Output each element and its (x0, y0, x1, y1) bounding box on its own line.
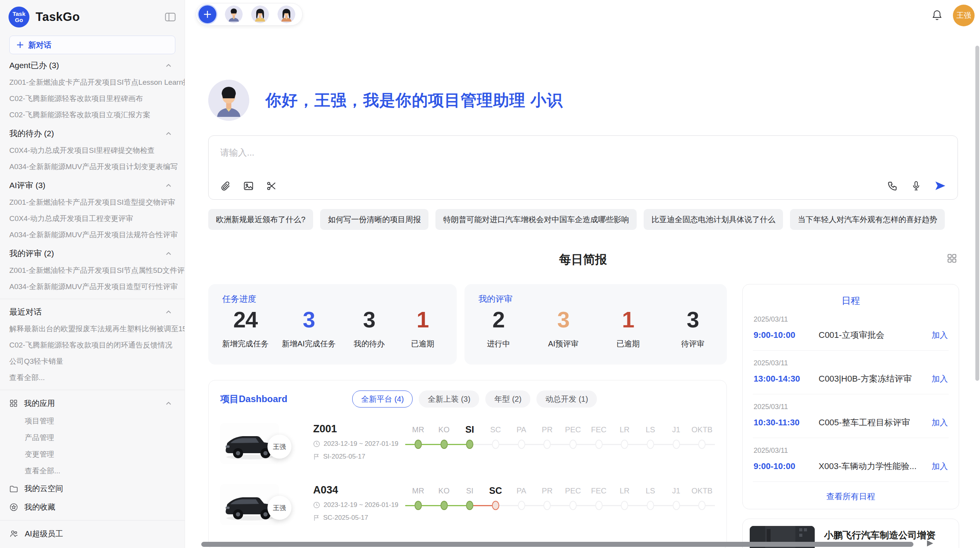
sidebar-item-my-apps[interactable]: 我的应用 (0, 394, 185, 413)
project-media: 王强 (220, 423, 297, 464)
chevron-up-icon[interactable] (166, 310, 171, 314)
user-avatar[interactable]: 王强 (953, 5, 975, 26)
milestone-OKTB: OKTB (689, 485, 715, 510)
milestone-dot (518, 501, 525, 510)
recent-chat-item[interactable]: C02-飞腾新能源轻客改款项目的闭环通告反馈情况 (0, 337, 185, 353)
project-flag: SC-2025-05-17 (313, 514, 405, 522)
greeting-text: 你好，王强，我是你的项目管理助理 小识 (266, 90, 563, 111)
view-all-schedule-link[interactable]: 查看所有日程 (753, 482, 949, 502)
sidebar-task-sections: Agent已办 (3)Z001-全新燃油皮卡产品开发项目SI节点Lesson L… (0, 57, 185, 295)
dashboard-filter-tab[interactable]: 全新平台 (4) (352, 390, 413, 408)
project-dates: 2023-12-19 ~ 2027-01-19 (313, 440, 405, 448)
milestone-dot (518, 440, 525, 449)
dashboard-filter-tab[interactable]: 年型 (2) (485, 390, 530, 408)
project-code[interactable]: A034 (313, 484, 405, 496)
scroll-right-arrow[interactable] (927, 540, 933, 546)
sidebar-collapse-icon[interactable] (164, 12, 176, 22)
send-icon[interactable] (934, 180, 946, 192)
sidebar-task-item[interactable]: C02-飞腾新能源轻客改款项目里程碑画布 (0, 91, 185, 107)
app-link-产品管理[interactable]: 产品管理 (0, 429, 185, 446)
project-list: 王强Z0012023-12-19 ~ 2027-01-19SI-2025-05-… (220, 408, 715, 530)
assistant-avatar-1[interactable] (225, 5, 243, 23)
chevron-up-icon[interactable] (166, 63, 171, 67)
milestone-LS: LS (637, 424, 663, 449)
schedule-event[interactable]: 2025/03/1113:00-14:30C003|H0B-方案冻结评审加入 (753, 351, 949, 394)
suggestion-chip[interactable]: 欧洲新规最近颁布了什么? (208, 209, 313, 230)
sidebar-tool-write[interactable]: 帮我写作 (0, 543, 185, 548)
milestone-label: OKTB (692, 485, 713, 497)
chevron-up-icon[interactable] (166, 401, 171, 405)
app-link-变更管理[interactable]: 变更管理 (0, 446, 185, 462)
dashboard-filter-tab[interactable]: 动总开发 (1) (536, 390, 597, 408)
apps-view-all-link[interactable]: 查看全部... (0, 462, 185, 479)
milestone-label: OKTB (692, 424, 713, 435)
app-link-项目管理[interactable]: 项目管理 (0, 413, 185, 429)
image-upload-icon[interactable] (243, 181, 254, 191)
chevron-up-icon[interactable] (166, 252, 171, 255)
sidebar-item-folder[interactable]: 我的云空间 (0, 479, 185, 498)
new-chat-button[interactable]: 新对话 (9, 36, 175, 54)
sidebar-task-item[interactable]: Z001-全新燃油皮卡产品开发项目SI节点Lesson Learn报告 (0, 74, 185, 91)
sidebar-task-item[interactable]: A034-全新新能源MUV产品开发项目法规符合性评审 (0, 227, 185, 243)
project-owner-badge: 王强 (267, 496, 291, 520)
suggestion-chip[interactable]: 如何写一份清晰的项目周报 (320, 209, 428, 230)
recent-chat-item[interactable]: 解释最新出台的欧盟报废车法规再生塑料比例被调至15%... (0, 321, 185, 337)
join-link[interactable]: 加入 (932, 330, 948, 341)
sidebar-tool-people[interactable]: AI超级员工 (0, 524, 185, 543)
milestone-label: PA (516, 485, 526, 497)
suggestion-chip[interactable]: 当下年轻人对汽车外观有怎样的喜好趋势 (790, 209, 945, 230)
milestone-label: MR (412, 485, 424, 497)
sidebar-recent-header[interactable]: 最近对话 (0, 303, 185, 321)
schedule-event[interactable]: 2025/03/1110:30-11:30C005-整车工程目标评审加入 (753, 394, 949, 438)
schedule-event[interactable]: 2025/03/119:00-10:00X003-车辆动力学性能验...加入 (753, 438, 949, 482)
assistant-avatar-3[interactable] (278, 5, 295, 23)
recent-view-all-link[interactable]: 查看全部... (0, 370, 185, 386)
stat-item: 1已逾期 (403, 307, 443, 349)
sidebar-task-item[interactable]: Z001-全新燃油轻卡产品开发项目SI造型提交物评审 (0, 194, 185, 211)
attachment-icon[interactable] (220, 181, 231, 191)
notification-bell-icon[interactable] (931, 9, 943, 22)
sidebar-task-item[interactable]: A034-全新新能源MUV产品开发项目计划变更表编写 (0, 159, 185, 175)
vertical-scrollbar[interactable] (975, 46, 979, 381)
folder-icon (9, 485, 18, 493)
sidebar-task-item[interactable]: C0X4-动力总成开发项目SI里程碑提交物检查 (0, 142, 185, 159)
milestone-dot (466, 440, 473, 449)
project-code[interactable]: Z001 (313, 423, 405, 435)
chevron-up-icon[interactable] (166, 132, 171, 135)
milestone-PA: PA (509, 424, 535, 449)
chevron-up-icon[interactable] (166, 183, 171, 187)
milestone-label: KO (439, 424, 450, 435)
sidebar-recent-title: 最近对话 (9, 307, 42, 317)
sidebar-task-item[interactable]: C0X4-动力总成开发项目工程变更评审 (0, 211, 185, 227)
join-link[interactable]: 加入 (932, 373, 948, 384)
chat-input-card[interactable]: 请输入... (208, 135, 958, 200)
milestone-PR: PR (534, 424, 560, 449)
layout-grid-icon[interactable] (947, 253, 957, 264)
suggestion-chip[interactable]: 比亚迪全固态电池计划具体说了什么 (644, 209, 783, 230)
sidebar-task-item[interactable]: A034-全新新能源MUV产品开发项目造型可行性评审 (0, 279, 185, 295)
milestone-label: MR (412, 424, 424, 435)
sidebar-section-header[interactable]: AI评审 (3) (0, 176, 185, 194)
add-assistant-button[interactable] (199, 5, 216, 23)
sidebar-section-title: 我的评审 (2) (9, 248, 54, 259)
sidebar-item-star[interactable]: 我的收藏 (0, 498, 185, 516)
milestone-FEC: FEC (586, 485, 612, 510)
join-link[interactable]: 加入 (932, 461, 948, 472)
schedule-event[interactable]: 2025/03/119:00-10:00C001-立项审批会加入 (753, 307, 949, 351)
stat-item: 2进行中 (478, 307, 519, 349)
sidebar-task-item[interactable]: Z001-全新燃油轻卡产品开发项目SI节点属性5D文件评审 (0, 262, 185, 279)
chat-input-placeholder[interactable]: 请输入... (220, 147, 946, 159)
sidebar-task-item[interactable]: C02-飞腾新能源轻客改款项目立项汇报方案 (0, 107, 185, 123)
scissors-icon[interactable] (266, 181, 277, 191)
horizontal-scrollbar[interactable] (201, 542, 913, 547)
voice-call-icon[interactable] (887, 180, 898, 191)
sidebar-section-header[interactable]: 我的待办 (2) (0, 125, 185, 142)
sidebar-section-header[interactable]: 我的评审 (2) (0, 245, 185, 262)
suggestion-chip[interactable]: 特朗普可能对进口汽车增税会对中国车企造成哪些影响 (435, 209, 637, 230)
recent-chat-item[interactable]: 公司Q3轻卡销量 (0, 353, 185, 370)
microphone-icon[interactable] (911, 180, 921, 192)
dashboard-filter-tab[interactable]: 全新上装 (3) (419, 390, 479, 408)
sidebar-section-header[interactable]: Agent已办 (3) (0, 57, 185, 74)
join-link[interactable]: 加入 (932, 417, 948, 428)
assistant-avatar-2[interactable] (251, 5, 269, 23)
